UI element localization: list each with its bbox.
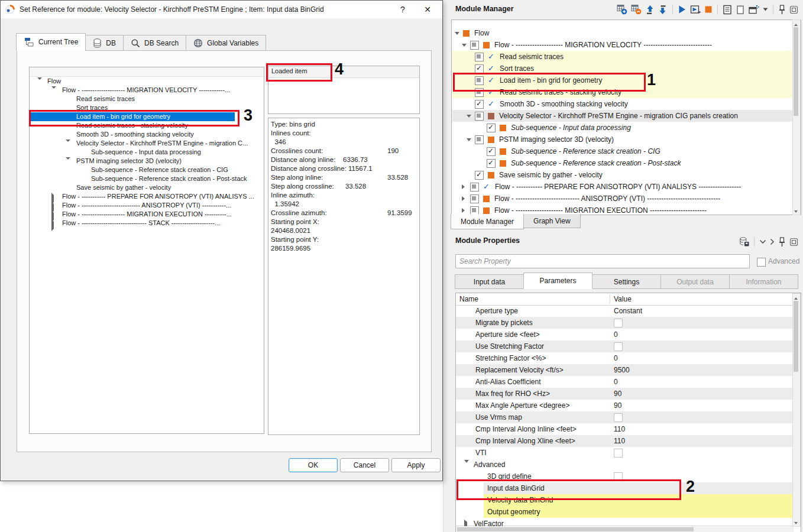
scroll-up-button[interactable] (793, 294, 799, 300)
tree-item-smooth-3d-smoothing-stacking-velocity[interactable]: Smooth 3D - smoothing stacking velocity (30, 130, 264, 139)
tree-item-pstm-imaging-selector-3d-velocity[interactable]: PSTM imaging selector 3D (velocity) (30, 157, 264, 166)
module-checkbox[interactable] (475, 171, 484, 180)
module-row-save-seismic-by-gather-velocity[interactable]: Save seismic by gather - velocity (452, 169, 793, 181)
float-icon[interactable] (789, 5, 798, 14)
module-row-sub-sequence-reference-stack-creation-po[interactable]: Sub-sequence - Reference stack creation … (452, 157, 793, 169)
param-row-3d-grid-define[interactable]: 3D grid define (456, 471, 794, 482)
cancel-button[interactable]: Cancel (340, 458, 389, 472)
tree-item-read-seismic-traces[interactable]: Read seismic traces (30, 95, 264, 103)
search-property-input[interactable] (455, 254, 750, 268)
param-row-use-vrms-map[interactable]: Use Vrms map (456, 411, 794, 423)
param-row-migrate-by-pickets[interactable]: Migrate by pickets (456, 317, 794, 329)
param-row-cmp-interval-along-inline-feet[interactable]: Cmp Interval Along Inline <feet>110 (456, 423, 794, 435)
module-row-read-seismic-traces-stacking-velocity[interactable]: ✓Read seismic traces - stacking velocity (452, 86, 793, 98)
expand-open-icon[interactable] (467, 115, 475, 118)
tree-item-sub-sequence-reference-stack-creation-ci[interactable]: Sub-sequence - Reference stack creation … (30, 166, 264, 174)
module-row-smooth-3d-smoothing-stacking-velocity[interactable]: ✓Smooth 3D - smoothing stacking velocity (452, 98, 793, 110)
tree-item-read-seismic-traces-stacking-velocity[interactable]: Read seismic traces - stacking velocity (30, 121, 264, 130)
log-icon[interactable] (723, 5, 732, 15)
move-up-icon[interactable] (645, 5, 655, 15)
module-row-flow-migration-velocity[interactable]: Flow - -------------------- MIGRATION VE… (452, 39, 793, 51)
module-checkbox[interactable] (470, 194, 479, 203)
tab-settings[interactable]: Settings (592, 274, 661, 289)
module-checkbox[interactable] (475, 64, 484, 73)
chevron-right-icon[interactable] (770, 238, 775, 245)
tree-item-sort-traces[interactable]: Sort traces (30, 103, 264, 112)
apply-button[interactable]: Apply (391, 458, 441, 472)
db-save-icon[interactable] (739, 237, 749, 246)
module-checkbox[interactable] (470, 183, 479, 192)
close-button[interactable]: ✕ (417, 5, 438, 14)
param-checkbox[interactable] (614, 472, 623, 481)
expand-closed-icon[interactable] (462, 196, 470, 201)
expand-closed-icon[interactable] (462, 208, 470, 213)
pin-icon[interactable] (778, 237, 786, 247)
module-checkbox[interactable] (475, 88, 484, 97)
scrollbar-thumb[interactable] (794, 301, 798, 372)
tree-item-flow-migration-execution[interactable]: Flow - -------------------- MIGRATION EX… (30, 210, 264, 219)
param-row-input-data-bingrid[interactable]: Input data BinGrid (456, 482, 794, 494)
tab-global-variables[interactable]: Global Variables (186, 35, 266, 51)
module-row-sub-sequence-reference-stack-creation-ci[interactable]: Sub-sequence - Reference stack creation … (452, 145, 793, 157)
run-icon[interactable] (678, 5, 687, 14)
expand-closed-icon[interactable] (462, 184, 470, 189)
param-row-anti-alias-coefficient[interactable]: Anti-Alias Coefficient0 (456, 376, 794, 388)
module-checkbox[interactable] (470, 41, 479, 50)
module-row-flow-prepare-for-anisotropy-vti-analisys[interactable]: ✓Flow - ----------- PREPARE FOR ANISOTRO… (452, 181, 793, 193)
module-checkbox[interactable] (487, 159, 496, 168)
group-row-advanced[interactable]: Advanced (456, 459, 794, 471)
expand-open-icon[interactable] (467, 138, 475, 141)
module-row-velocity-selector-kirchhoff-prestm-engin[interactable]: Velocity Selector - Kirchhoff PreSTM Eng… (452, 110, 793, 122)
dropdown-arrow-icon[interactable] (763, 8, 768, 11)
tree-item-save-seismic-by-gather-velocity[interactable]: Save seismic by gather - velocity (30, 183, 264, 192)
table-horizontal-scrollbar[interactable] (456, 525, 794, 532)
paste-icon[interactable] (736, 5, 745, 15)
module-checkbox[interactable] (475, 135, 484, 144)
tab-graph-view[interactable]: Graph View (523, 214, 580, 228)
tree-item-velocity-selector-kirchhoff-prestm-engin[interactable]: Velocity Selector - Kirchhoff PreSTM Eng… (30, 139, 264, 148)
tab-parameters[interactable]: Parameters (523, 273, 592, 289)
scroll-down-button[interactable] (793, 520, 799, 526)
tree-item-flow-prepare-for-anisotropy-vti-analisys[interactable]: Flow - ----------- PREPARE FOR ANISOTROP… (30, 192, 264, 201)
tree-item-flow-anisotropy-vti[interactable]: Flow - --------------------------- ANISO… (30, 201, 264, 210)
param-checkbox[interactable] (614, 413, 623, 422)
param-row-max-freq-for-rho-hz[interactable]: Max freq for RHO <Hz>90 (456, 388, 794, 400)
tree-item-load-item-bin-grid-for-geometry[interactable]: Load item - bin grid for geometry (30, 112, 264, 121)
chevron-down-icon[interactable] (759, 239, 766, 244)
expand-open-icon[interactable] (462, 44, 470, 47)
expand-open-icon[interactable] (464, 463, 469, 471)
tree-item-flow[interactable]: Flow (30, 77, 264, 86)
dialog-titlebar[interactable]: Set Reference for module: Velocity Selec… (1, 1, 442, 18)
ok-button[interactable]: OK (289, 458, 338, 472)
tree-item-flow-migration-velocity[interactable]: Flow - -------------------- MIGRATION VE… (30, 86, 264, 95)
param-row-replacement-velocity-ft-s[interactable]: Replacement Velocity <ft/s>9500 (456, 364, 794, 376)
scrollbar-thumb[interactable] (794, 27, 798, 116)
param-row-output-geometry[interactable]: Output geometry (456, 506, 794, 518)
tree-item-flow-stack[interactable]: Flow - ------------------------------ ST… (30, 219, 264, 228)
remove-module-icon[interactable] (631, 4, 642, 15)
stop-icon[interactable] (704, 5, 713, 14)
module-checkbox[interactable] (475, 53, 484, 61)
expand-open-icon[interactable] (455, 32, 463, 35)
tab-db[interactable]: DB (85, 35, 124, 51)
module-row-pstm-imaging-selector-3d-velocity[interactable]: PSTM imaging selector 3D (velocity) (452, 134, 793, 145)
param-row-use-stretching-factor[interactable]: Use Stretching Factor (456, 340, 794, 352)
tab-current-tree[interactable]: Current Tree (16, 33, 86, 51)
scroll-down-button[interactable] (793, 208, 799, 215)
advanced-checkbox[interactable] (757, 258, 766, 267)
module-row-flow[interactable]: Flow (452, 27, 793, 39)
table-scrollbar[interactable] (792, 293, 801, 527)
param-row-velocity-data-bingrid[interactable]: Velocity data BinGrid (456, 494, 794, 506)
module-row-read-seismic-traces[interactable]: ✓Read seismic traces (452, 51, 793, 63)
param-checkbox[interactable] (614, 319, 623, 327)
param-row-stretching-factor[interactable]: Stretching Factor <%>0 (456, 352, 794, 364)
param-row-vti[interactable]: VTI (456, 447, 794, 459)
pin-icon[interactable] (778, 5, 786, 15)
tree-item-sub-sequence-input-data-processing[interactable]: Sub-sequence - Input data processing (30, 148, 264, 157)
module-checkbox[interactable] (487, 124, 496, 132)
add-module-icon[interactable] (617, 4, 627, 15)
tab-db-search[interactable]: DB Search (123, 35, 186, 51)
group-row-velfactor[interactable]: VelFactor (456, 518, 794, 526)
tree-item-sub-sequence-reference-stack-creation-po[interactable]: Sub-sequence - Reference stack creation … (30, 174, 264, 183)
scroll-up-button[interactable] (793, 20, 799, 27)
